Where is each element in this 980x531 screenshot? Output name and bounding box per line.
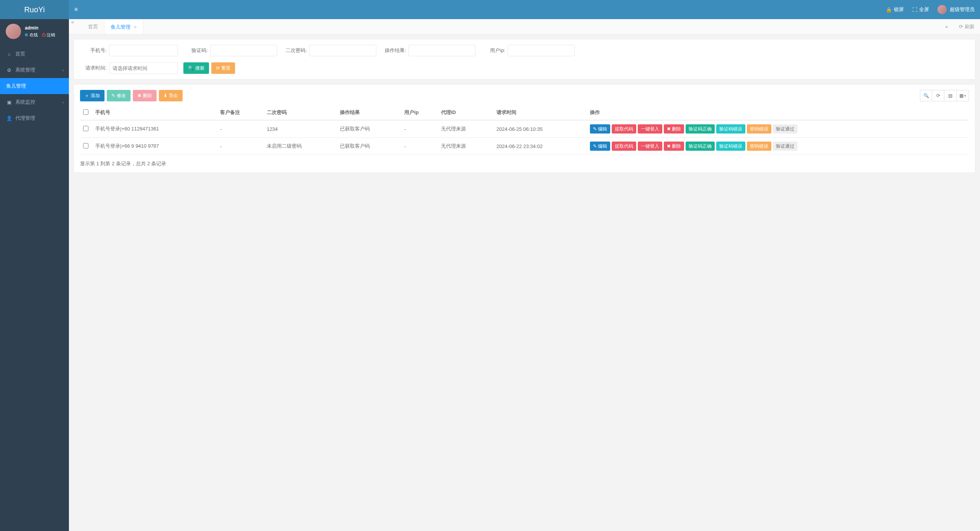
delete-icon: ✖ [667, 143, 671, 149]
row-edit-button[interactable]: ✎编辑 [590, 124, 610, 134]
th-remark[interactable]: 客户备注 [217, 105, 264, 120]
row-actions: ✎编辑提取代码一键登入✖删除验证码正确验证码错误密码错误验证通过 [590, 124, 966, 134]
camera-icon: ▣ [6, 99, 12, 105]
export-button[interactable]: ⬇ 导出 [159, 90, 183, 101]
tool-columns-button[interactable]: ▤ [944, 90, 957, 101]
th-ip[interactable]: 用户ip [401, 105, 438, 120]
ip-label: 用户ip: [479, 47, 505, 54]
row-verify-ok-button[interactable]: 验证通过 [773, 124, 797, 134]
row-verify-ok-button[interactable]: 验证通过 [773, 142, 797, 151]
result-input[interactable] [408, 45, 475, 56]
cell-agent: 无代理来源 [438, 120, 493, 138]
th-pwd2[interactable]: 二次密码 [264, 105, 337, 120]
th-agent[interactable]: 代理ID [438, 105, 493, 120]
th-phone[interactable]: 手机号 [92, 105, 217, 120]
lock-button[interactable]: 🔒 锁屏 [886, 6, 904, 13]
row-edit-button[interactable]: ✎编辑 [590, 142, 610, 151]
tab-close-icon[interactable]: ⊗ [134, 25, 137, 29]
brand-logo[interactable]: RuoYi [0, 0, 69, 19]
tab-fish[interactable]: 鱼儿管理 ⊗ [105, 19, 143, 34]
reset-button[interactable]: ⟳ 重置 [211, 62, 235, 74]
edit-icon: ✎ [593, 143, 597, 149]
nav-monitor[interactable]: ▣ 系统监控 ‹ [0, 94, 69, 110]
ip-input[interactable] [508, 45, 575, 56]
search-icon: 🔍 [923, 93, 929, 98]
row-code-ok-button[interactable]: 验证码正确 [686, 124, 715, 134]
time-label: 请求时间: [80, 65, 107, 72]
cell-pwd2: 未启用二级密码 [264, 138, 337, 155]
code-label: 验证码: [181, 47, 208, 54]
nav-menu: ⌂ 首页 ⚙ 系统管理 ‹ 鱼儿管理 ▣ 系统监控 ‹ 👤 代理管理 [0, 46, 69, 126]
row-checkbox[interactable] [83, 143, 88, 148]
row-onekey-button[interactable]: 一键登入 [638, 142, 662, 151]
table-row: 手机号登录|+60 1128471361-1234已获取客户码-无代理来源202… [80, 120, 969, 138]
tabs-prev-icon[interactable]: « [71, 19, 82, 34]
phone-input[interactable] [109, 45, 178, 56]
fullscreen-icon: ⛶ [912, 7, 917, 13]
row-checkbox[interactable] [83, 126, 88, 131]
pwd2-input[interactable] [309, 45, 376, 56]
table-footer: 显示第 1 到第 2 条记录，总共 2 条记录 [80, 160, 969, 167]
sidebar: RuoYi admin 在线 ⏻ 注销 ⌂ 首页 ⚙ [0, 0, 69, 531]
avatar[interactable] [6, 24, 21, 39]
code-input[interactable] [210, 45, 277, 56]
row-code-err-button[interactable]: 验证码错误 [716, 124, 745, 134]
row-onekey-button[interactable]: 一键登入 [638, 124, 662, 134]
cell-remark: - [217, 120, 264, 138]
edit-button[interactable]: ✎ 修改 [107, 90, 131, 101]
row-code-ok-button[interactable]: 验证码正确 [686, 142, 715, 151]
nav-home[interactable]: ⌂ 首页 [0, 46, 69, 62]
fullscreen-button[interactable]: ⛶ 全屏 [912, 6, 929, 13]
avatar-small [938, 5, 947, 14]
cell-phone: 手机号登录|+60 1128471361 [92, 120, 217, 138]
tab-home[interactable]: 首页 [82, 19, 105, 34]
search-panel: 手机号: 验证码: 二次密码: 操作结果: [74, 39, 975, 80]
tool-refresh-button[interactable]: ⟳ [932, 90, 944, 101]
cell-ip: - [401, 120, 438, 138]
nav-system[interactable]: ⚙ 系统管理 ‹ [0, 62, 69, 78]
reset-icon: ⟳ [216, 65, 220, 71]
tabs-next-icon[interactable]: » [945, 24, 956, 29]
th-action: 操作 [587, 105, 969, 120]
hamburger-icon[interactable]: ≡ [74, 6, 78, 13]
grid-icon: ▦ [959, 93, 964, 98]
row-delete-button[interactable]: ✖删除 [664, 142, 684, 151]
row-pwd-err-button[interactable]: 密码错误 [747, 142, 771, 151]
logout-link[interactable]: ⏻ 注销 [42, 32, 55, 38]
row-extract-button[interactable]: 提取代码 [612, 142, 636, 151]
tool-search-button[interactable]: 🔍 [920, 90, 932, 101]
nav-agent[interactable]: 👤 代理管理 [0, 110, 69, 126]
download-icon: ⬇ [163, 93, 167, 98]
table-toolbar: ＋ 添加 ✎ 修改 ✖ 删除 ⬇ 导出 [80, 90, 969, 101]
th-time[interactable]: 请求时间 [493, 105, 587, 120]
topbar-user[interactable]: 超级管理员 [938, 5, 975, 14]
user-status-text: 在线 [29, 32, 38, 38]
cell-result: 已获取客户码 [337, 120, 401, 138]
tabs-refresh[interactable]: ⟳ 刷新 [959, 23, 975, 30]
table-row: 手机号登录|+66 9 9410 9787-未启用二级密码已获取客户码-无代理来… [80, 138, 969, 155]
select-all-checkbox[interactable] [83, 109, 88, 115]
cell-agent: 无代理来源 [438, 138, 493, 155]
time-input[interactable] [109, 62, 178, 74]
refresh-icon: ⟳ [936, 93, 940, 98]
refresh-icon: ⟳ [959, 24, 963, 29]
row-extract-button[interactable]: 提取代码 [612, 124, 636, 134]
cell-time: 2024-06-25 06:10:35 [493, 120, 587, 138]
gear-icon: ⚙ [6, 67, 12, 73]
row-pwd-err-button[interactable]: 密码错误 [747, 124, 771, 134]
row-code-err-button[interactable]: 验证码错误 [716, 142, 745, 151]
row-delete-button[interactable]: ✖删除 [664, 124, 684, 134]
content: 手机号: 验证码: 二次密码: 操作结果: [69, 34, 980, 531]
columns-icon: ▤ [948, 93, 952, 98]
phone-label: 手机号: [80, 47, 107, 54]
cell-phone: 手机号登录|+66 9 9410 9787 [92, 138, 217, 155]
add-button[interactable]: ＋ 添加 [80, 90, 105, 101]
user-panel: admin 在线 ⏻ 注销 [0, 19, 69, 44]
th-result[interactable]: 操作结果 [337, 105, 401, 120]
tool-grid-button[interactable]: ▦▾ [957, 90, 969, 101]
search-button[interactable]: 🔍 搜索 [183, 62, 209, 74]
result-label: 操作结果: [379, 47, 406, 54]
delete-button[interactable]: ✖ 删除 [133, 90, 157, 101]
nav-fish[interactable]: 鱼儿管理 [0, 78, 69, 94]
topbar: ≡ 🔒 锁屏 ⛶ 全屏 超级管理员 [69, 0, 980, 19]
